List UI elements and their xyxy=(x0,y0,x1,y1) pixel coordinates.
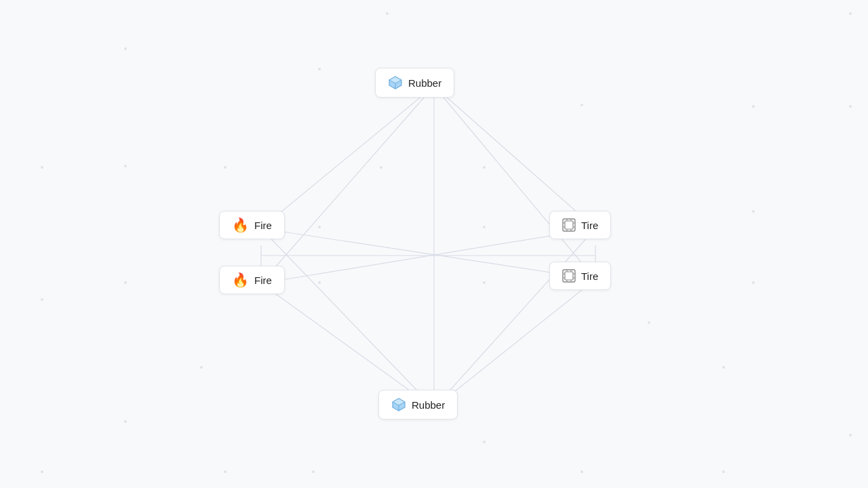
svg-line-4 xyxy=(261,86,434,283)
bg-dot xyxy=(483,441,486,443)
tire-bottom-label: Tire xyxy=(581,270,598,282)
bg-dot xyxy=(752,281,755,284)
bg-dot xyxy=(124,420,127,423)
tire-top-node[interactable]: Tire xyxy=(549,211,611,239)
bg-dot xyxy=(380,166,382,169)
svg-line-5 xyxy=(434,86,595,279)
tire-bottom-node[interactable]: Tire xyxy=(549,262,611,290)
bg-dot xyxy=(752,210,755,213)
svg-line-3 xyxy=(434,86,595,228)
fire-top-label: Fire xyxy=(254,220,272,231)
fire-bottom-label: Fire xyxy=(254,274,272,286)
flame-icon-bottom: 🔥 xyxy=(232,273,249,287)
svg-line-9 xyxy=(434,279,595,408)
bg-dot xyxy=(386,12,389,15)
bg-dot xyxy=(580,104,583,106)
bg-dot xyxy=(318,281,321,284)
tire-icon-top xyxy=(562,218,576,232)
svg-line-2 xyxy=(261,86,434,228)
svg-rect-21 xyxy=(565,221,573,229)
fire-top-node[interactable]: 🔥 Fire xyxy=(219,211,285,239)
bg-dot xyxy=(483,281,486,284)
bg-dot xyxy=(124,281,127,284)
svg-line-6 xyxy=(261,228,434,408)
bg-dot xyxy=(41,470,43,473)
bg-dot xyxy=(224,166,226,169)
bg-dot xyxy=(722,470,725,473)
cube-icon xyxy=(388,75,403,90)
bg-dot xyxy=(41,166,43,169)
bg-dot xyxy=(580,470,583,473)
bg-dot xyxy=(318,226,321,228)
bg-dot xyxy=(124,47,127,50)
tire-top-label: Tire xyxy=(581,220,598,231)
rubber-top-node[interactable]: Rubber xyxy=(375,68,454,98)
bg-dot xyxy=(849,434,852,436)
rubber-bottom-node[interactable]: Rubber xyxy=(378,390,458,420)
bg-dot xyxy=(849,105,852,108)
bg-dot xyxy=(483,166,486,169)
svg-line-12 xyxy=(261,228,595,279)
bg-dot xyxy=(124,165,127,167)
bg-dot xyxy=(312,470,315,473)
bg-dot xyxy=(483,226,486,228)
cube-icon-bottom xyxy=(391,397,406,412)
bg-dot xyxy=(41,298,43,301)
svg-line-7 xyxy=(434,228,595,408)
rubber-top-label: Rubber xyxy=(408,77,441,89)
bg-dot xyxy=(648,321,650,324)
flame-icon-top: 🔥 xyxy=(232,218,249,232)
svg-line-13 xyxy=(261,228,595,283)
tire-icon-bottom xyxy=(562,269,576,283)
bg-dot xyxy=(849,12,852,15)
bg-dot xyxy=(224,470,226,473)
svg-rect-31 xyxy=(565,272,573,280)
bg-dot xyxy=(722,366,725,369)
bg-dot xyxy=(200,366,203,369)
bg-dot xyxy=(752,105,755,108)
fire-bottom-node[interactable]: 🔥 Fire xyxy=(219,266,285,294)
rubber-bottom-label: Rubber xyxy=(412,399,445,411)
bg-dot xyxy=(318,68,321,70)
